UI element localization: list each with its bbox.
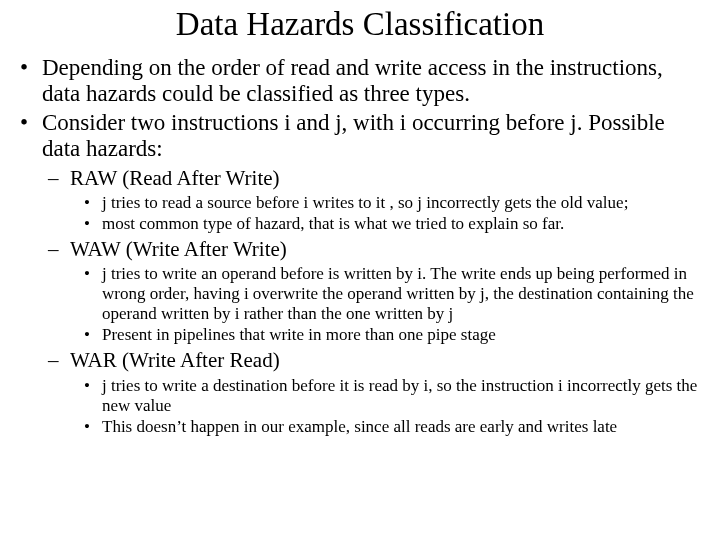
bullet-waw-heading: WAW (Write After Write) [14, 237, 706, 262]
bullet-intro-1: Depending on the order of read and write… [14, 55, 706, 108]
bullet-waw-point-1: j tries to write an operand before is wr… [14, 264, 706, 324]
slide-title: Data Hazards Classification [14, 6, 706, 43]
slide: Data Hazards Classification Depending on… [0, 0, 720, 540]
bullet-intro-2: Consider two instructions i and j, with … [14, 110, 706, 163]
bullet-war-heading: WAR (Write After Read) [14, 348, 706, 373]
bullet-war-point-2: This doesn’t happen in our example, sinc… [14, 417, 706, 437]
bullet-raw-heading: RAW (Read After Write) [14, 166, 706, 191]
bullet-raw-point-1: j tries to read a source before i writes… [14, 193, 706, 213]
bullet-raw-point-2: most common type of hazard, that is what… [14, 214, 706, 234]
bullet-waw-point-2: Present in pipelines that write in more … [14, 325, 706, 345]
bullet-war-point-1: j tries to write a destination before it… [14, 376, 706, 416]
